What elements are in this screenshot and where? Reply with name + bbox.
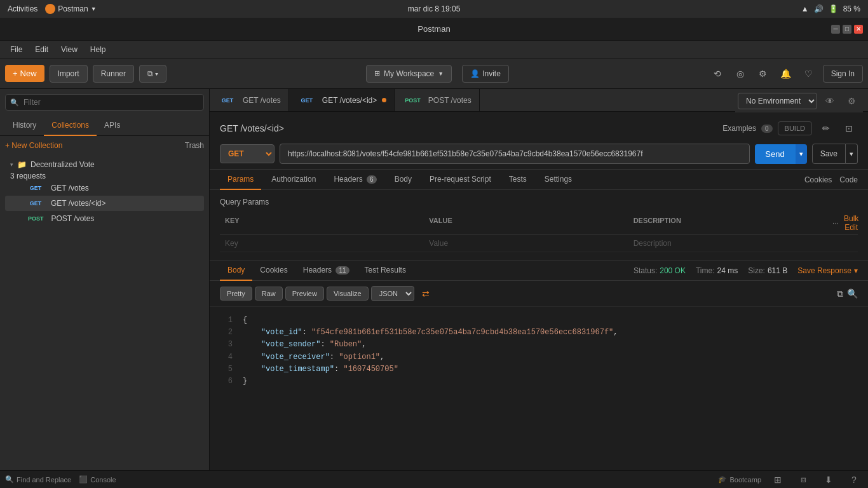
sub-tab-pre-request[interactable]: Pre-request Script [422, 170, 499, 190]
req-tab-get-votes-id[interactable]: GET GET /votes/<id> [289, 89, 395, 111]
key-cell[interactable] [220, 235, 424, 252]
tab-apis[interactable]: APIs [97, 116, 128, 136]
row-actions [832, 235, 858, 252]
tab-history[interactable]: History [5, 116, 44, 136]
copy-response-button[interactable]: ⧉ [837, 288, 843, 299]
environment-eye-icon-btn[interactable]: 👁 [821, 92, 839, 110]
minimize-button[interactable]: ─ [831, 25, 840, 34]
close-button[interactable]: ✕ [854, 25, 863, 34]
dock-icon-btn[interactable]: ⬇ [820, 471, 837, 489]
sign-in-button[interactable]: Sign In [823, 65, 863, 83]
url-input[interactable] [280, 144, 750, 164]
resp-tab-body[interactable]: Body [220, 261, 252, 281]
save-dropdown-button[interactable]: ▾ [846, 144, 858, 164]
status-value: 200 OK [660, 266, 686, 275]
sidebar-item-get-votes[interactable]: GET GET /votes [5, 180, 204, 196]
resp-tab-cookies[interactable]: Cookies [252, 261, 295, 281]
code-link-button[interactable]: Code [839, 175, 858, 184]
sub-tab-headers[interactable]: Headers 6 [326, 170, 384, 190]
tab-collections[interactable]: Collections [44, 116, 97, 136]
menu-help[interactable]: Help [85, 44, 111, 55]
workspace-label: My Workspace [384, 69, 434, 78]
satellite-icon-btn[interactable]: ⟲ [709, 65, 726, 83]
import-button[interactable]: Import [50, 65, 88, 83]
response-body-content: 1 { 2 "vote_id": "f54cfe981b661ef531b58e… [210, 307, 868, 470]
req-tab-post-votes[interactable]: POST POST /votes [395, 89, 479, 111]
send-button[interactable]: Send [755, 144, 794, 164]
save-response-button[interactable]: Save Response ▾ [797, 266, 858, 275]
params-table: KEY VALUE DESCRIPTION ··· Bulk Edit [220, 212, 858, 252]
find-replace-button[interactable]: 🔍 Find and Replace [5, 475, 71, 484]
settings-icon-btn[interactable]: ⚙ [754, 65, 772, 83]
sidebar-item-get-votes-id[interactable]: GET GET /votes/<id> [5, 196, 204, 211]
workspace-button[interactable]: ⊞ My Workspace ▼ [366, 65, 452, 83]
req-name-post-votes: POST /votes [51, 214, 95, 223]
layout-icon-btn[interactable]: ⊞ [769, 471, 787, 489]
value-input[interactable] [429, 239, 623, 248]
description-cell[interactable] [628, 235, 832, 252]
runner-button[interactable]: Runner [93, 65, 134, 83]
workspace-chevron-icon: ▼ [438, 71, 444, 77]
radar-icon-btn[interactable]: ◎ [731, 65, 749, 83]
collection-count: 3 requests [5, 172, 204, 180]
format-raw-button[interactable]: Raw [255, 287, 283, 301]
build-button[interactable]: BUILD [778, 121, 812, 135]
sub-tab-settings[interactable]: Settings [537, 170, 580, 190]
menu-view[interactable]: View [56, 44, 83, 55]
key-input[interactable] [225, 239, 419, 248]
sub-tab-params[interactable]: Params [220, 170, 261, 190]
sub-tab-body[interactable]: Body [387, 170, 419, 190]
code-line-5: 5 "vote_timestamp": "1607450705" [220, 363, 858, 376]
environment-settings-icon-btn[interactable]: ⚙ [843, 92, 860, 110]
sub-tab-tests[interactable]: Tests [501, 170, 534, 190]
resp-tab-test-results[interactable]: Test Results [357, 261, 414, 281]
split-icon-btn[interactable]: ⧈ [794, 471, 812, 489]
query-params-title: Query Params [220, 198, 858, 207]
search-response-button[interactable]: 🔍 [847, 288, 858, 299]
sidebar-item-post-votes[interactable]: POST POST /votes [5, 211, 204, 226]
menu-file[interactable]: File [5, 44, 27, 55]
filter-input[interactable] [5, 94, 204, 111]
params-more-icon-btn[interactable]: ··· [832, 214, 839, 232]
format-type-select[interactable]: JSON XML HTML Text [371, 286, 414, 301]
heart-icon-btn[interactable]: ♡ [800, 65, 818, 83]
value-cell[interactable] [424, 235, 628, 252]
console-button[interactable]: ⬛ Console [79, 475, 116, 484]
battery-label: 85 % [843, 4, 860, 13]
bulk-edit-button[interactable]: Bulk Edit [844, 214, 858, 232]
menu-edit[interactable]: Edit [30, 44, 53, 55]
invite-label: Invite [482, 69, 501, 78]
format-pretty-button[interactable]: Pretty [220, 287, 252, 301]
examples-container: Examples 0 [722, 124, 772, 133]
format-icon-btn[interactable]: ⇄ [417, 285, 435, 302]
sub-tab-authorization[interactable]: Authorization [264, 170, 323, 190]
help-icon-btn[interactable]: ? [845, 471, 863, 489]
description-input[interactable] [634, 239, 827, 248]
invite-button[interactable]: 👤 Invite [462, 65, 509, 83]
notification-icon-btn[interactable]: 🔔 [777, 65, 795, 83]
cookies-link-button[interactable]: Cookies [804, 175, 832, 184]
request-panel: GET /votes/<id> Examples 0 BUILD ✏ ⊡ GET… [210, 112, 868, 170]
resp-tab-headers[interactable]: Headers 11 [295, 261, 357, 281]
req-tab-get-votes[interactable]: GET GET /votes [210, 89, 289, 111]
more-options-icon-btn[interactable]: ⊡ [840, 119, 858, 137]
new-button[interactable]: + New [5, 65, 44, 82]
tab-name-post-votes: POST /votes [428, 96, 471, 105]
save-button[interactable]: Save [812, 144, 846, 164]
new-collection-button[interactable]: + New Collection [5, 141, 62, 150]
bootcamp-button[interactable]: 🎓 Bootcamp [718, 475, 761, 484]
format-preview-button[interactable]: Preview [285, 287, 324, 301]
collection-header[interactable]: ▾ 📁 Decentralized Vote [5, 158, 204, 172]
environment-select[interactable]: No Environment [738, 93, 817, 109]
trash-button[interactable]: Trash [185, 141, 204, 150]
edit-title-icon-btn[interactable]: ✏ [817, 119, 835, 137]
sidebar-toolbar: + New Collection Trash [0, 136, 209, 155]
invite-icon: 👤 [470, 69, 480, 78]
toolbar-center: ⊞ My Workspace ▼ 👤 Invite [172, 65, 703, 83]
send-dropdown-button[interactable]: ▾ [795, 144, 807, 164]
response-section: Body Cookies Headers 11 Test Results Sta… [210, 260, 868, 470]
maximize-button[interactable]: □ [843, 25, 851, 34]
multiwindow-button[interactable]: ⧉ ▾ [139, 65, 166, 83]
method-select[interactable]: GET POST PUT DELETE PATCH [220, 144, 275, 163]
format-visualize-button[interactable]: Visualize [327, 287, 369, 301]
